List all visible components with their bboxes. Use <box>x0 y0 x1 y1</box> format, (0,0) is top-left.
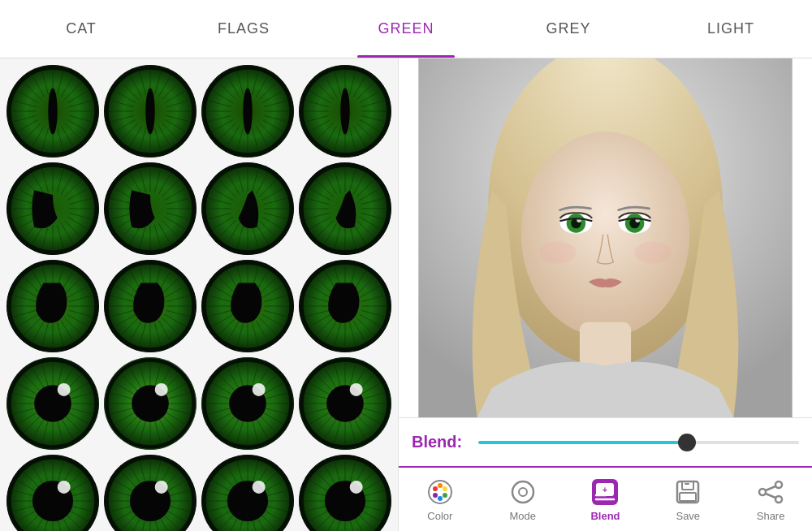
svg-point-471 <box>58 481 71 494</box>
svg-point-581 <box>433 493 438 498</box>
eye-option-4-0[interactable] <box>6 455 99 531</box>
tab-cat[interactable]: CAT <box>0 0 162 58</box>
svg-point-580 <box>438 496 443 501</box>
palette-icon <box>425 477 455 507</box>
svg-line-596 <box>766 486 775 490</box>
svg-rect-590 <box>682 481 693 490</box>
svg-point-54 <box>145 88 154 135</box>
main-content: Blend: C <box>0 58 812 531</box>
eye-option-3-3[interactable] <box>299 357 391 450</box>
svg-point-582 <box>512 481 533 503</box>
svg-point-594 <box>775 496 782 503</box>
right-panel: Blend: C <box>398 58 812 531</box>
eye-option-3-1[interactable] <box>104 357 197 450</box>
svg-point-82 <box>243 88 252 135</box>
eye-option-0-3[interactable] <box>299 65 391 158</box>
tab-green[interactable]: GREEN <box>325 0 487 58</box>
eye-option-1-2[interactable] <box>201 162 294 255</box>
eye-option-1-0[interactable] <box>6 162 99 255</box>
svg-point-576 <box>433 486 438 491</box>
eye-option-2-1[interactable] <box>104 260 197 352</box>
blend-label: Blend: <box>412 433 469 451</box>
eye-option-0-1[interactable] <box>104 65 197 158</box>
svg-point-110 <box>340 88 349 135</box>
left-panel <box>0 58 398 531</box>
eye-option-0-2[interactable] <box>201 65 294 158</box>
toolbar-save[interactable]: Save <box>646 477 729 522</box>
eye-option-3-2[interactable] <box>201 357 294 450</box>
eye-option-4-3[interactable] <box>299 455 391 531</box>
svg-point-442 <box>350 383 363 396</box>
tab-grey[interactable]: GREY <box>487 0 650 58</box>
eye-option-0-0[interactable] <box>6 65 99 158</box>
svg-point-384 <box>155 383 168 396</box>
eye-option-4-2[interactable] <box>201 455 294 531</box>
toolbar-mode[interactable]: Mode <box>482 477 564 522</box>
toolbar-color[interactable]: Color <box>399 477 482 522</box>
tabs-bar: CAT FLAGS GREEN GREY LIGHT <box>0 0 812 58</box>
svg-point-579 <box>443 493 447 498</box>
blend-area: Blend: <box>399 417 812 466</box>
blend-track[interactable] <box>478 441 799 444</box>
eye-option-1-1[interactable] <box>104 162 197 255</box>
toolbar-color-label: Color <box>427 510 452 522</box>
tab-light[interactable]: LIGHT <box>650 0 812 58</box>
svg-point-578 <box>443 486 447 491</box>
svg-point-593 <box>775 481 782 488</box>
toolbar-share[interactable]: Share <box>729 477 812 522</box>
bottom-toolbar: Color Mode <box>399 466 812 531</box>
svg-point-574 <box>635 242 672 264</box>
eye-option-2-0[interactable] <box>6 260 99 352</box>
eye-option-3-0[interactable] <box>6 357 99 450</box>
share-icon <box>756 477 785 507</box>
svg-point-558 <box>350 481 363 494</box>
blend-thumb[interactable] <box>678 434 696 451</box>
toolbar-share-label: Share <box>757 510 785 522</box>
svg-point-573 <box>539 242 576 264</box>
svg-rect-591 <box>680 493 696 501</box>
svg-point-595 <box>759 489 766 495</box>
svg-point-355 <box>58 383 71 396</box>
svg-point-563 <box>521 132 689 337</box>
save-icon <box>673 477 702 507</box>
blend-icon: + <box>590 477 620 507</box>
tab-flags[interactable]: FLAGS <box>162 0 325 58</box>
svg-point-577 <box>438 483 443 488</box>
eye-option-2-2[interactable] <box>201 260 294 352</box>
svg-point-529 <box>253 481 266 494</box>
eye-option-1-3[interactable] <box>299 162 391 255</box>
toolbar-mode-label: Mode <box>509 510 536 522</box>
toolbar-blend[interactable]: + Blend <box>564 477 647 522</box>
eye-option-4-1[interactable] <box>104 455 197 531</box>
mode-icon <box>508 477 538 507</box>
svg-point-583 <box>519 488 527 496</box>
eye-grid <box>6 65 391 531</box>
svg-point-500 <box>155 481 168 494</box>
photo-area <box>399 58 812 417</box>
svg-text:+: + <box>603 486 608 494</box>
eye-option-2-3[interactable] <box>299 260 391 352</box>
svg-point-26 <box>48 88 57 135</box>
svg-point-413 <box>253 383 266 396</box>
person-portrait <box>399 58 812 417</box>
toolbar-blend-label: Blend <box>590 510 620 522</box>
svg-line-597 <box>766 494 775 498</box>
toolbar-save-label: Save <box>676 510 700 522</box>
